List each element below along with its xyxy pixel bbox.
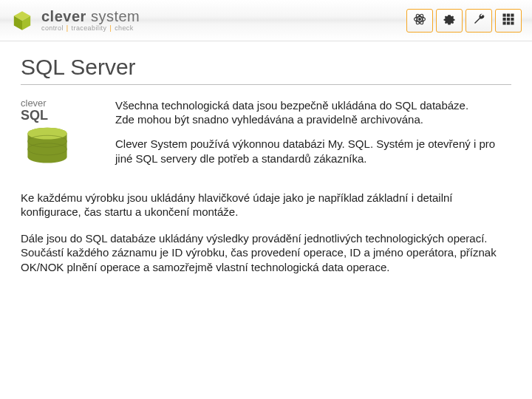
svg-rect-14 bbox=[507, 21, 510, 24]
body-paragraph-1: Ke každému výrobku jsou ukládány hlavičk… bbox=[21, 191, 511, 219]
svg-point-6 bbox=[419, 18, 421, 20]
brand: clever system control|traceability|check bbox=[10, 9, 140, 33]
svg-rect-15 bbox=[511, 21, 514, 24]
database-icon bbox=[21, 126, 74, 171]
brand-cube-icon bbox=[10, 9, 34, 33]
content-area: SQL Server clever SQL Všechna technologi… bbox=[0, 41, 532, 274]
toolbar bbox=[406, 9, 522, 33]
tool-wrench[interactable] bbox=[466, 9, 492, 33]
wrench-icon bbox=[471, 12, 486, 30]
svg-rect-7 bbox=[503, 13, 506, 16]
intro-paragraphs: Všechna technologická data jsou bezpečně… bbox=[115, 98, 511, 176]
brand-secondary: system bbox=[91, 8, 140, 24]
clever-sql-logo: clever SQL bbox=[21, 98, 102, 176]
intro-paragraph-2: Clever System používá výkonnou databázi … bbox=[115, 137, 511, 165]
svg-rect-13 bbox=[503, 21, 506, 24]
svg-rect-11 bbox=[507, 17, 510, 20]
gear-icon bbox=[442, 12, 457, 30]
svg-point-17 bbox=[27, 127, 66, 139]
page-title: SQL Server bbox=[21, 55, 511, 85]
svg-rect-10 bbox=[503, 17, 506, 20]
grid-icon bbox=[501, 12, 516, 30]
tool-grid[interactable] bbox=[495, 9, 522, 33]
brand-main: clever bbox=[41, 8, 86, 24]
body-paragraphs: Ke každému výrobku jsou ukládány hlavičk… bbox=[21, 191, 511, 275]
brand-text: clever system control|traceability|check bbox=[41, 9, 140, 32]
intro-row: clever SQL Všechna technologická data js… bbox=[21, 98, 511, 176]
sql-logo-text: clever SQL bbox=[21, 98, 48, 123]
tool-atom[interactable] bbox=[406, 9, 433, 33]
atom-icon bbox=[412, 12, 427, 30]
brand-tagline: control|traceability|check bbox=[41, 25, 140, 32]
svg-rect-12 bbox=[511, 17, 514, 20]
brand-name: clever system bbox=[41, 9, 140, 24]
svg-rect-9 bbox=[511, 13, 514, 16]
intro-paragraph-1: Všechna technologická data jsou bezpečně… bbox=[115, 98, 511, 126]
svg-rect-8 bbox=[507, 13, 510, 16]
header-bar: clever system control|traceability|check bbox=[0, 0, 532, 41]
tool-settings[interactable] bbox=[436, 9, 463, 33]
body-paragraph-2: Dále jsou do SQL databáze ukládány výsle… bbox=[21, 231, 511, 275]
